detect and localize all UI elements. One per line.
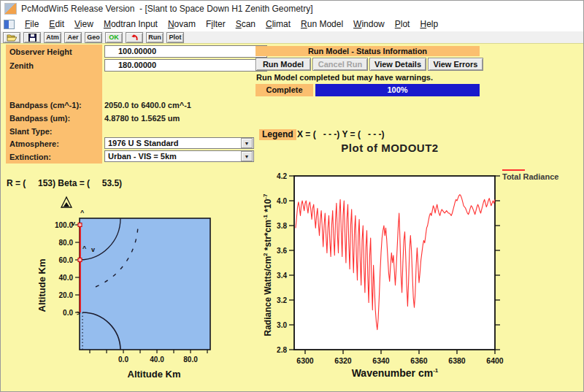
menu-view[interactable]: View <box>70 19 99 29</box>
observer-height-label: Observer Height <box>9 47 72 56</box>
observer-height-input[interactable]: 100.00000 <box>104 45 267 58</box>
spec-ylabel-mid: *str*cm <box>263 220 273 253</box>
menu-filter[interactable]: Filter <box>201 19 231 29</box>
progress-bar: 100% <box>315 84 480 96</box>
extinction-label: Extinction: <box>9 153 51 161</box>
run-button-label: Run <box>148 34 161 41</box>
path-node-square <box>78 258 82 262</box>
path-node-square <box>78 223 82 227</box>
extinction-selected-value: Urban - VIS = 5km <box>105 152 241 161</box>
legend-line-sample <box>502 169 525 171</box>
r-beta-readout: R = ( 153) Beta = ( 53.5) <box>7 178 122 188</box>
open-button[interactable] <box>3 32 20 43</box>
menu-run-model[interactable]: Run Model <box>296 19 349 29</box>
x-tick-label: 6340 <box>372 356 390 365</box>
menu-plot[interactable]: Plot <box>391 19 416 29</box>
status-panel-header: Run Model - Status Information <box>256 46 480 56</box>
spec-ylabel-main: Radiance Watts/cm <box>263 256 273 337</box>
complete-badge: Complete <box>256 84 313 96</box>
view-errors-button[interactable]: View Errors <box>428 58 483 71</box>
x-tick-label: 6300 <box>296 356 314 365</box>
cancel-run-button: Cancel Run <box>312 58 368 71</box>
y-tick-label: 3.0 <box>277 321 287 329</box>
toolbar: Atm Aer Geo OK Run Plot <box>1 31 583 44</box>
atmosphere-dropdown[interactable]: 1976 U S Standard ▼ <box>104 137 254 149</box>
plot-title: Plot of MODOUT2 <box>299 142 481 154</box>
plot-button[interactable]: Plot <box>166 32 184 43</box>
geo-button[interactable]: Geo <box>85 32 102 43</box>
legend-series-label: Total Radiance <box>502 172 558 181</box>
y-tick-label: 40.0 <box>59 274 74 282</box>
menu-file[interactable]: File <box>20 19 45 29</box>
direction-arrow: ^ <box>82 245 87 252</box>
app-window: PcModWin5 Release Version - [Slant to Sp… <box>0 0 584 392</box>
y-tick-label: 3.2 <box>277 296 287 304</box>
ok-button-label: OK <box>109 34 119 41</box>
save-button[interactable] <box>23 32 41 43</box>
chevron-down-icon[interactable]: ▼ <box>241 138 253 148</box>
menu-window[interactable]: Window <box>349 19 391 29</box>
y-tick-label: 3.4 <box>277 272 287 280</box>
x-tick-label: 6380 <box>448 356 466 365</box>
atmosphere-selected-value: 1976 U S Standard <box>105 139 241 147</box>
bandpass-um-value: 4.8780 to 1.5625 um <box>104 114 180 123</box>
ok-button[interactable]: OK <box>105 32 123 43</box>
x-tick-label: 0.0 <box>118 356 128 364</box>
undo-arrow-icon <box>130 34 139 42</box>
menu-novam[interactable]: Novam <box>164 19 201 29</box>
x-tick-label: 6400 <box>486 356 504 365</box>
legend-xy-readout: X = ( - - -) Y = ( - - -) <box>297 129 385 139</box>
slant-geometry-plot: 0.040.080.00.020.040.060.080.0100.0^v^v> <box>30 192 227 392</box>
bandpass-um-label: Bandpass (um): <box>9 114 70 123</box>
document-icon[interactable] <box>4 20 15 29</box>
menu-climat[interactable]: Climat <box>261 19 296 29</box>
spectrum-plot: 2.83.03.23.43.63.84.04.26300632063406360… <box>260 165 584 377</box>
zenith-label: Zenith <box>9 61 34 70</box>
zenith-input[interactable]: 180.00000 <box>104 59 267 72</box>
run-model-button[interactable]: Run Model <box>256 58 311 71</box>
spec-ylabel-sup3: -7 <box>262 194 269 199</box>
menu-help[interactable]: Help <box>415 19 444 29</box>
window-title: PcModWin5 Release Version - [Slant to Sp… <box>21 4 313 14</box>
direction-arrow: v <box>91 246 95 253</box>
spec-plot-area <box>294 176 495 350</box>
menu-scan[interactable]: Scan <box>231 19 261 29</box>
geo-button-label: Geo <box>87 34 100 41</box>
y-tick-label: 3.6 <box>277 247 287 255</box>
y-tick-label: 3.8 <box>277 222 287 230</box>
slant-type-label: Slant Type: <box>9 127 52 136</box>
x-tick-label: 40.0 <box>150 356 164 364</box>
direction-arrow: ^ <box>80 209 85 216</box>
menu-bar: FileEditViewModtran InputNovamFilterScan… <box>1 17 583 31</box>
spec-ylabel-mul: *10 <box>263 199 273 215</box>
x-tick-label: 80.0 <box>183 356 198 364</box>
y-tick-label: 60.0 <box>59 256 74 264</box>
x-tick-label: 6320 <box>334 356 352 365</box>
atm-button[interactable]: Atm <box>44 32 61 43</box>
run-button[interactable]: Run <box>146 32 164 43</box>
legend-chip: Legend <box>259 129 296 140</box>
spec-x-axis-title: Wavenumber cm-1 <box>315 367 475 379</box>
save-floppy-icon <box>28 34 36 42</box>
y-tick-label: 0.0 <box>63 309 73 317</box>
extinction-dropdown[interactable]: Urban - VIS = 5km ▼ <box>104 150 254 162</box>
aer-button-label: Aer <box>67 34 78 41</box>
aer-button[interactable]: Aer <box>64 32 82 43</box>
menu-edit[interactable]: Edit <box>45 19 70 29</box>
geo-plot-area <box>80 218 210 350</box>
atmosphere-label: Atmosphere: <box>9 139 59 148</box>
view-details-button[interactable]: View Details <box>369 58 426 71</box>
y-tick-label: 80.0 <box>59 239 74 247</box>
geo-x-axis-title: Altitude Km <box>107 369 201 380</box>
direction-arrow: > <box>77 310 80 317</box>
y-tick-label: 20.0 <box>59 291 74 299</box>
open-folder-icon <box>7 34 17 42</box>
title-bar: PcModWin5 Release Version - [Slant to Sp… <box>1 1 583 17</box>
menu-modtran-input[interactable]: Modtran Input <box>99 19 164 29</box>
y-tick-label: 4.2 <box>277 172 287 180</box>
undo-button[interactable] <box>126 32 143 43</box>
spec-y-axis-title: Radiance Watts/cm2 *str*cm-1 *10-7 <box>262 177 274 353</box>
bandpass-cm-label: Bandpass (cm^-1): <box>9 101 82 109</box>
y-tick-label: 100.0 <box>55 221 73 229</box>
chevron-down-icon[interactable]: ▼ <box>241 151 253 161</box>
